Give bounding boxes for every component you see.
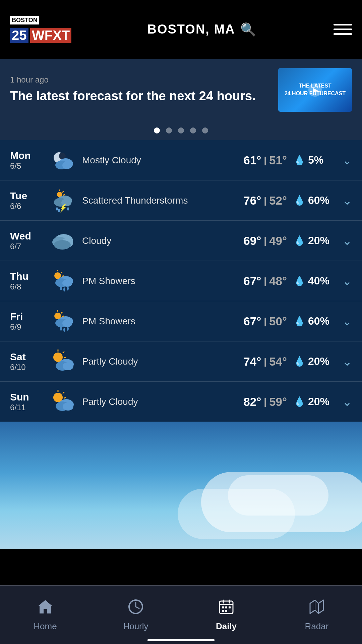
table-row[interactable]: Sat 6/10 Partly Cloudy 74° | 54° 💧 20% [0,341,362,382]
pm-showers-icon [50,309,75,334]
table-row[interactable]: Thu 6/8 PM Showers 67° | 48° [0,261,362,301]
rain-drop-icon: 💧 [294,396,305,407]
rain-drop-icon: 💧 [294,316,305,327]
nav-item-home[interactable]: Home [0,598,90,632]
svg-line-7 [62,191,64,193]
svg-line-33 [62,316,64,317]
day-info: Tue 6/6 [10,190,45,211]
temperature-range: 67° | 48° [243,274,287,288]
svg-point-36 [62,320,72,327]
svg-marker-67 [310,600,323,613]
condition-text: PM Showers [79,316,243,327]
day-date: 6/5 [10,161,45,171]
day-info: Fri 6/9 [10,311,45,332]
temp-high: 69° [243,234,261,248]
temperature-range: 69° | 49° [243,234,287,248]
svg-point-4 [62,162,72,169]
rain-drop-icon: 💧 [294,155,305,166]
thunderstorm-icon [50,188,75,213]
news-thumbnail[interactable]: THE LATEST24 HOUR FUTURECAST ▶ [278,68,352,112]
expand-chevron-icon[interactable]: ⌄ [342,315,352,328]
svg-line-43 [64,357,66,358]
precipitation: 💧 20% [294,395,337,408]
carousel-dot-3[interactable] [178,127,184,133]
cloudy-icon [50,228,75,253]
weather-forecast-list: Mon 6/5 Mostly Cloudy 61° | 51° 💧 5% ⌄ [0,140,362,422]
svg-line-49 [63,392,64,393]
carousel-dot-2[interactable] [166,127,172,133]
rain-drop-icon: 💧 [294,195,305,206]
carousel-dot-1[interactable] [154,127,160,133]
bottom-navigation: Home Hourly Daily [0,585,362,644]
expand-chevron-icon[interactable]: ⌄ [342,194,352,207]
news-headline: The latest forecast for the next 24 hour… [10,88,272,104]
weather-icon-cell [45,349,79,374]
svg-rect-64 [229,606,231,608]
table-row[interactable]: Mon 6/5 Mostly Cloudy 61° | 51° 💧 5% ⌄ [0,140,362,180]
expand-chevron-icon[interactable]: ⌄ [342,154,352,167]
svg-rect-63 [225,606,227,608]
temperature-range: 82° | 59° [243,395,287,409]
temp-high: 82° [243,395,261,409]
carousel-dot-5[interactable] [202,127,208,133]
table-row[interactable]: Wed 6/7 Cloudy 69° | 49° 💧 20% ⌄ [0,221,362,261]
day-info: Thu 6/8 [10,271,45,291]
svg-marker-54 [39,600,52,613]
nav-item-daily[interactable]: Daily [181,598,272,632]
swipe-indicator [147,639,215,641]
rain-drop-icon: 💧 [294,235,305,246]
condition-text: Partly Cloudy [79,356,243,367]
precip-percent: 60% [308,194,329,207]
expand-chevron-icon[interactable]: ⌄ [342,234,352,248]
carousel-dot-4[interactable] [190,127,196,133]
temp-low: 49° [269,234,287,248]
temperature-range: 74° | 54° [243,355,287,368]
temp-low: 59° [269,395,287,409]
day-date: 6/7 [10,242,45,251]
table-row[interactable]: Sun 6/11 Partly Cloudy 82° | 59° 💧 20% ⌄ [0,382,362,422]
svg-point-38 [63,328,65,332]
expand-chevron-icon[interactable]: ⌄ [342,395,352,409]
day-name: Sun [10,391,45,403]
table-row[interactable]: Tue 6/6 Scattered Thunderstorms 76° [0,180,362,221]
nav-item-hourly[interactable]: Hourly [90,598,181,632]
expand-chevron-icon[interactable]: ⌄ [342,274,352,288]
day-date: 6/8 [10,282,45,291]
precipitation: 💧 20% [294,234,337,247]
svg-line-23 [62,276,64,276]
temperature-range: 76° | 52° [243,194,287,207]
carousel-dots [0,121,362,140]
condition-text: Partly Cloudy [79,396,243,407]
day-date: 6/10 [10,363,45,372]
play-button-icon[interactable]: ▶ [308,83,322,97]
precipitation: 💧 40% [294,275,337,287]
pm-showers-icon [50,268,75,293]
precip-percent: 60% [308,315,329,327]
nav-label-hourly: Hourly [123,621,148,632]
day-name: Thu [10,271,45,282]
temp-low: 50° [269,315,287,328]
header: BOSTON 25 WFXT BOSTON, MA 🔍 [0,0,362,59]
temp-high: 67° [243,274,261,288]
news-timestamp: 1 hour ago [10,75,272,85]
svg-point-53 [63,402,73,411]
svg-point-37 [60,327,62,331]
svg-line-50 [64,397,66,398]
svg-rect-66 [225,610,227,612]
nav-label-daily: Daily [216,621,237,632]
location-search[interactable]: BOSTON, MA 🔍 [147,22,256,37]
expand-chevron-icon[interactable]: ⌄ [342,355,352,368]
hamburger-menu[interactable] [334,24,352,35]
temp-high: 76° [243,194,261,207]
svg-point-46 [63,362,73,370]
day-name: Fri [10,311,45,322]
day-name: Tue [10,190,45,202]
precip-percent: 20% [308,395,329,408]
search-icon[interactable]: 🔍 [240,22,257,37]
svg-point-11 [61,199,71,206]
location-text: BOSTON, MA [147,22,235,37]
temp-high: 61° [243,154,261,167]
day-info: Mon 6/5 [10,150,45,171]
nav-item-radar[interactable]: Radar [272,598,362,632]
table-row[interactable]: Fri 6/9 PM Showers 67° | 50° 💧 [0,301,362,341]
